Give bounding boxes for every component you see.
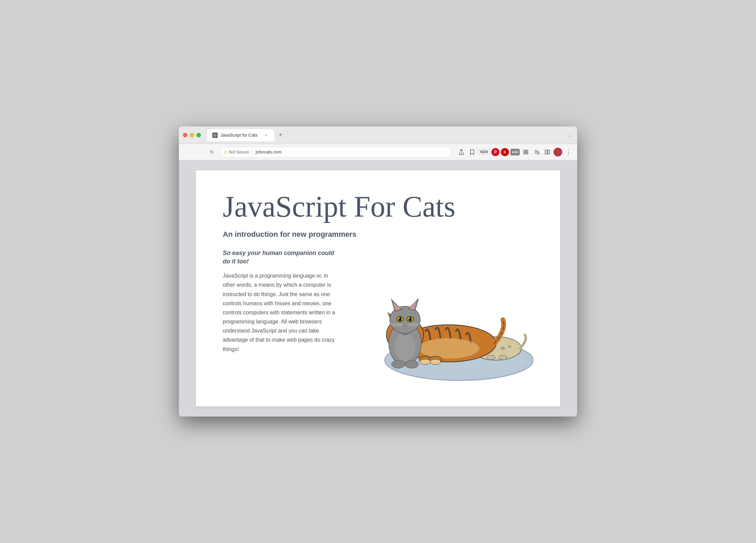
user-avatar[interactable] — [554, 148, 562, 156]
svg-rect-2 — [524, 150, 525, 152]
reading-list-button[interactable] — [532, 147, 541, 157]
tab-favicon: J — [212, 133, 218, 138]
cats-svg — [348, 249, 533, 384]
svg-text:J: J — [214, 134, 215, 137]
extensions-overflow[interactable] — [510, 149, 520, 155]
svg-rect-4 — [524, 152, 525, 154]
traffic-lights — [183, 133, 201, 137]
forward-button[interactable]: → — [195, 147, 205, 157]
svg-rect-3 — [526, 150, 528, 152]
cats-illustration — [348, 249, 533, 384]
svg-point-14 — [501, 347, 505, 350]
toolbar-icons: NEW P K — [457, 147, 573, 157]
svg-point-54 — [395, 332, 415, 362]
page-main-title: JavaScript For Cats — [223, 191, 533, 223]
browser-window: J JavaScript for Cats × + ⌄ ← → ↻ ⚠ Not … — [179, 126, 577, 417]
svg-point-62 — [399, 317, 401, 321]
svg-point-31 — [418, 338, 479, 359]
tab-close-button[interactable]: × — [264, 133, 269, 138]
browser-menu-button[interactable]: ⋮ — [564, 147, 573, 157]
tab-list-button[interactable]: ⌄ — [567, 132, 573, 139]
security-text: Not Secure — [229, 150, 249, 154]
svg-point-63 — [399, 317, 400, 319]
svg-point-66 — [409, 317, 410, 319]
nav-bar: ← → ↻ ⚠ Not Secure | jsforcats.com — [179, 144, 577, 160]
svg-rect-5 — [526, 152, 528, 154]
web-page: JavaScript For Cats An introduction for … — [196, 170, 560, 406]
active-tab[interactable]: J JavaScript for Cats × — [207, 129, 274, 141]
reload-button[interactable]: ↻ — [207, 147, 217, 157]
svg-rect-8 — [548, 150, 550, 154]
page-content: JavaScript For Cats An introduction for … — [179, 160, 577, 417]
karma-extension[interactable]: K — [501, 148, 509, 156]
new-tab-button[interactable]: + — [276, 131, 285, 140]
tab-title: JavaScript for Cats — [220, 133, 261, 138]
svg-point-29 — [499, 355, 507, 360]
svg-rect-7 — [545, 150, 547, 154]
svg-point-51 — [420, 359, 431, 365]
svg-rect-6 — [537, 152, 539, 154]
svg-point-72 — [392, 360, 405, 368]
close-button[interactable] — [183, 133, 187, 137]
address-bar[interactable]: ⚠ Not Secure | jsforcats.com — [219, 147, 451, 158]
svg-point-52 — [430, 359, 441, 365]
svg-point-28 — [487, 355, 495, 360]
title-bar: J JavaScript for Cats × + ⌄ — [179, 126, 577, 144]
back-button[interactable]: ← — [183, 147, 192, 157]
page-tagline: So easy your human companion could do it… — [223, 249, 338, 266]
url-display: jsforcats.com — [255, 149, 281, 154]
extensions-button[interactable] — [521, 147, 531, 157]
svg-point-15 — [508, 345, 511, 348]
url-divider: | — [252, 149, 253, 154]
svg-point-73 — [405, 360, 418, 368]
svg-point-65 — [409, 317, 411, 321]
page-subtitle: An introduction for new programmers — [223, 230, 533, 239]
warning-icon: ⚠ — [224, 150, 227, 154]
bookmark-button[interactable] — [467, 147, 477, 157]
maximize-button[interactable] — [196, 133, 201, 137]
page-text-column: So easy your human companion could do it… — [223, 249, 338, 354]
new-badge[interactable]: NEW — [478, 149, 490, 155]
split-view-button[interactable] — [543, 147, 552, 157]
share-button[interactable] — [457, 147, 466, 157]
minimize-button[interactable] — [190, 133, 194, 137]
tab-bar: J JavaScript for Cats × + — [207, 129, 564, 141]
page-body: So easy your human companion could do it… — [223, 249, 533, 384]
security-indicator: ⚠ Not Secure — [224, 150, 249, 154]
pinterest-extension[interactable]: P — [491, 148, 500, 156]
page-paragraph: JavaScript is a programming language or,… — [223, 271, 338, 354]
